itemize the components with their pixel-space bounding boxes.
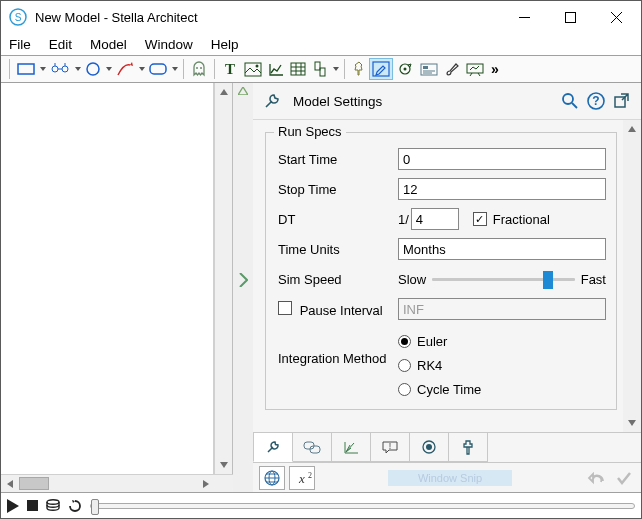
playback-bar (1, 492, 641, 518)
tab-settings[interactable] (253, 433, 293, 462)
menu-window[interactable]: Window (145, 37, 193, 52)
search-icon[interactable] (561, 92, 579, 110)
close-button[interactable] (593, 1, 639, 33)
paintbrush-button[interactable] (441, 58, 463, 80)
menu-model[interactable]: Model (90, 37, 127, 52)
time-units-label: Time Units (278, 242, 398, 257)
integration-rk4-radio[interactable] (398, 359, 411, 372)
tab-target[interactable] (409, 433, 449, 462)
confirm-button[interactable] (613, 467, 635, 489)
pause-interval-label: Pause Interval (278, 301, 398, 318)
numeric-display-button[interactable] (309, 58, 331, 80)
fractional-checkbox[interactable] (473, 212, 487, 226)
data-button[interactable] (46, 499, 60, 513)
maximize-button[interactable] (547, 1, 593, 33)
story-tool-button[interactable] (417, 58, 441, 80)
scroll-down-icon[interactable] (215, 456, 232, 474)
svg-rect-42 (304, 442, 314, 449)
flow-tool-button[interactable] (47, 58, 73, 80)
svg-rect-6 (18, 64, 34, 74)
panel-scroll-area: Run Specs Start Time Stop Time DT (253, 120, 623, 432)
fractional-label: Fractional (493, 212, 550, 227)
globe-button[interactable] (259, 466, 285, 490)
start-time-label: Start Time (278, 152, 398, 167)
wrench-icon (263, 92, 281, 110)
integration-euler-radio[interactable] (398, 335, 411, 348)
connector-tool-button[interactable] (113, 58, 137, 80)
tab-styles[interactable] (448, 433, 488, 462)
sim-speed-thumb[interactable] (543, 271, 553, 289)
scroll-up-icon[interactable] (215, 83, 232, 101)
playback-thumb[interactable] (91, 499, 99, 515)
equation-button[interactable]: x2 (289, 466, 315, 490)
scroll-right-icon[interactable] (197, 480, 215, 488)
svg-point-46 (426, 444, 432, 450)
integration-cycletime-radio[interactable] (398, 383, 411, 396)
module-tool-dropdown[interactable] (171, 67, 179, 71)
help-icon[interactable]: ? (587, 92, 605, 110)
numeric-display-dropdown[interactable] (332, 67, 340, 71)
stop-time-input[interactable] (398, 178, 606, 200)
pushpin-button[interactable] (349, 58, 369, 80)
svg-point-14 (196, 67, 198, 69)
tab-modules[interactable] (292, 433, 332, 462)
text-tool-button[interactable]: T (219, 58, 241, 80)
presentation-button[interactable] (463, 58, 487, 80)
pause-interval-checkbox[interactable] (278, 301, 292, 315)
model-canvas[interactable] (1, 83, 214, 474)
dt-label: DT (278, 212, 398, 227)
sim-speed-slider[interactable] (432, 278, 575, 281)
dt-input[interactable] (411, 208, 459, 230)
stop-button[interactable] (27, 500, 38, 511)
graph-tool-button[interactable] (265, 58, 287, 80)
titlebar: S New Model - Stella Architect (1, 1, 641, 33)
menu-help[interactable]: Help (211, 37, 239, 52)
start-time-input[interactable] (398, 148, 606, 170)
canvas-horizontal-scrollbar[interactable] (1, 475, 215, 492)
svg-point-53 (47, 499, 59, 503)
panel-scroll-down-icon[interactable] (623, 414, 641, 432)
popout-icon[interactable] (613, 92, 631, 110)
svg-rect-27 (373, 62, 389, 76)
svg-rect-25 (320, 68, 325, 76)
canvas-vertical-scrollbar[interactable] (214, 83, 232, 474)
playback-slider[interactable] (90, 503, 635, 509)
tab-messages[interactable]: ! (370, 433, 410, 462)
table-tool-button[interactable] (287, 58, 309, 80)
panel-collapse-handle[interactable] (238, 273, 248, 287)
connector-tool-dropdown[interactable] (138, 67, 146, 71)
converter-tool-button[interactable] (82, 58, 104, 80)
app-window: S New Model - Stella Architect File Edit… (0, 0, 642, 519)
stop-time-label: Stop Time (278, 182, 398, 197)
panel-scroll-up-icon[interactable] (623, 120, 641, 138)
panel-tab-strip: ! (253, 432, 641, 462)
svg-rect-13 (150, 64, 166, 74)
scroll-thumb[interactable] (19, 477, 49, 490)
undo-button[interactable] (585, 467, 607, 489)
graphics-tool-button[interactable] (241, 58, 265, 80)
menu-file[interactable]: File (9, 37, 31, 52)
converter-tool-dropdown[interactable] (105, 67, 113, 71)
stock-tool-dropdown[interactable] (39, 67, 47, 71)
scroll-left-icon[interactable] (1, 480, 19, 488)
module-tool-button[interactable] (146, 58, 170, 80)
loop-tool-button[interactable] (393, 58, 417, 80)
svg-rect-31 (423, 66, 428, 69)
tab-sensitivity[interactable] (331, 433, 371, 462)
stock-tool-button[interactable] (14, 58, 38, 80)
time-units-input[interactable] (398, 238, 606, 260)
toolbar-overflow-button[interactable]: » (487, 61, 503, 77)
dt-prefix: 1/ (398, 212, 409, 227)
svg-point-7 (52, 66, 58, 72)
restore-button[interactable] (68, 499, 82, 513)
flow-tool-dropdown[interactable] (74, 67, 82, 71)
menu-edit[interactable]: Edit (49, 37, 72, 52)
panel-vertical-scrollbar[interactable] (623, 120, 641, 432)
play-button[interactable] (7, 499, 19, 513)
svg-rect-52 (27, 500, 38, 511)
gutter-top-arrow-icon[interactable] (238, 87, 248, 95)
minimize-button[interactable] (501, 1, 547, 33)
svg-rect-3 (565, 12, 575, 22)
edit-mode-button[interactable] (369, 58, 393, 80)
ghost-tool-button[interactable] (188, 58, 210, 80)
